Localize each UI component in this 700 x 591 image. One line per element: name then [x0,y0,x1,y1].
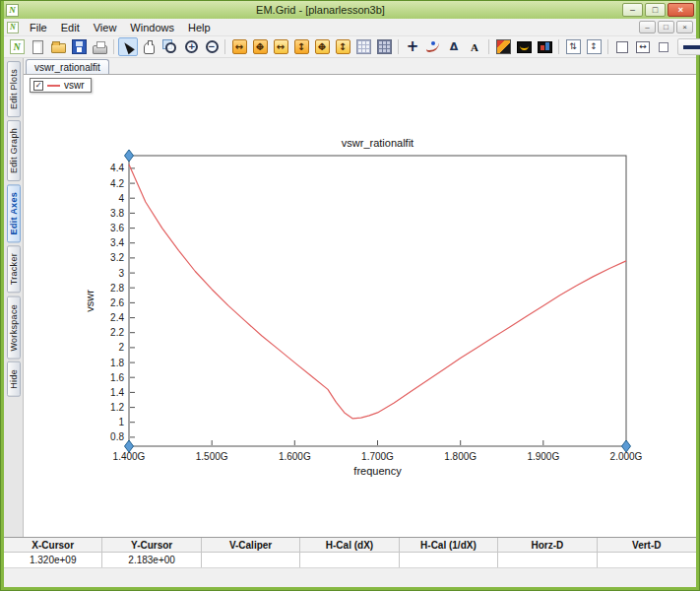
delta-marker-button[interactable] [444,37,464,56]
x-tick-label: 1.600G [279,451,311,462]
main-panel: vswr_rationalfit ✓ vswr 0.811.21.41.61.8… [24,58,696,537]
cursor-val-h-cal-1-dx [400,553,498,567]
check-icon: ✓ [35,82,42,90]
grid-light-icon [356,39,371,54]
autoscale-y2-button[interactable] [333,37,352,56]
zoom-region-icon [162,39,177,54]
toolbar-separator [113,39,114,54]
y-tick-label: 3.4 [110,237,124,248]
tracker-curve-button[interactable] [423,37,443,56]
y-tick-label: 2.6 [110,297,124,308]
app-window: EM.Grid - [planarlesson3b] – □ × FileEdi… [0,0,700,591]
caliper-box-button[interactable] [633,37,653,56]
grid-dark-button[interactable] [374,37,394,56]
y-axis-label: vswr [84,290,95,312]
print-button[interactable] [90,37,109,56]
cursor-col-h-cal-1-dx: H-Cal (1/dX) [400,538,498,552]
zoom-out-button[interactable] [201,37,221,56]
caliper-box-icon [636,41,650,53]
y-tick-label: 4.4 [110,163,124,173]
spin-box2-button[interactable] [584,37,604,56]
open-folder-button[interactable] [48,37,68,56]
y-tick-label: 3 [118,268,124,279]
autoscale-xy-button[interactable] [250,37,270,56]
y-tick-label: 1.6 [110,372,124,383]
mdi-minimize-button[interactable]: – [639,21,656,33]
side-tab-hide[interactable]: Hide [7,361,21,397]
autoscale-x2-button[interactable] [271,37,290,56]
maximize-button[interactable]: □ [645,3,666,17]
text-label-button[interactable] [465,37,484,56]
cursor-col-vert-d: Vert-D [598,538,696,552]
cursor-col-horz-d: Horz-D [498,538,597,552]
autoscale-y2-icon [336,39,350,54]
side-tab-edit-plots[interactable]: Edit Plots [7,61,21,117]
grid-dark-icon [377,39,392,54]
minimize-button[interactable]: – [622,3,643,17]
cursor-col-v-caliper: V-Caliper [202,538,300,552]
zoom-region-button[interactable] [159,37,179,56]
y-tick-label: 0.8 [110,431,124,442]
menu-help[interactable]: Help [181,21,218,34]
x-tick-label: 1.500G [196,451,228,462]
menu-edit[interactable]: Edit [54,21,87,34]
toolbar-separator [558,39,559,54]
cursor-val-v-caliper [202,553,300,567]
cursor-val-x-cursor: 1.320e+09 [4,553,102,567]
open-folder-icon [51,43,66,53]
statusbar [4,567,696,587]
zoom-out-icon [204,39,219,54]
dark-plot-button[interactable] [514,37,534,56]
new-file-button[interactable] [28,37,47,56]
mdi-close-button[interactable]: × [676,21,693,33]
side-tab-edit-graph[interactable]: Edit Graph [7,120,21,181]
menu-view[interactable]: View [87,21,124,34]
spin-box-icon [566,39,581,54]
check-small-button[interactable] [654,37,673,56]
autoscale-x2-icon [274,39,288,54]
toolbar-separator [224,39,225,54]
select-cursor-button[interactable] [118,37,138,56]
pan-hand-button[interactable] [139,37,159,56]
tab-vswr-rationalfit[interactable]: vswr_rationalfit [26,59,109,74]
toolbar-items [7,37,673,56]
titlebar[interactable]: EM.Grid - [planarlesson3b] – □ × [4,1,696,19]
layout-dropdown[interactable]: Layout ▾ [677,38,700,55]
menu-windows[interactable]: Windows [123,21,181,34]
legend-checkbox[interactable]: ✓ [33,81,43,91]
grid-light-button[interactable] [353,37,373,56]
app-logo-button[interactable] [7,37,27,56]
menu-file[interactable]: File [23,21,54,34]
add-cursor-button[interactable] [403,37,422,56]
new-file-icon [32,40,43,54]
spin-box-button[interactable] [563,37,583,56]
mdi-restore-button[interactable]: □ [658,21,674,33]
document-tabbar: vswr_rationalfit [24,58,696,75]
zoom-in-button[interactable] [180,37,200,56]
side-tab-edit-axes[interactable]: Edit Axes [7,184,21,242]
autoscale-y-icon [294,39,309,54]
autoscale-xy2-button[interactable] [312,37,332,56]
check-box-button[interactable] [612,37,632,56]
autoscale-x-button[interactable] [229,37,249,56]
dark-plot2-button[interactable] [535,37,554,56]
cursor-col-x-cursor: X-Cursor [4,538,102,552]
cursor-table-header: X-CursorY-CursorV-CaliperH-Cal (dX)H-Cal… [4,538,696,553]
save-icon [72,39,87,54]
side-tab-tracker[interactable]: Tracker [7,245,21,293]
x-axis-label: frequency [353,465,402,477]
mdi-system-icon[interactable] [7,22,19,33]
autoscale-xy-icon [253,39,268,54]
vswr-chart[interactable]: 0.811.21.41.61.822.22.42.62.833.23.43.63… [24,75,696,537]
tracker-curve-icon [426,41,440,53]
palette-button[interactable] [493,37,513,56]
toolbar-separator [488,39,489,54]
side-tab-workspace[interactable]: Workspace [7,296,21,360]
close-button[interactable]: × [668,3,694,17]
autoscale-y-button[interactable] [291,37,311,56]
y-tick-label: 1.2 [110,402,124,413]
mdi-window-controls: – □ × [639,21,693,33]
cursor-table-values: 1.320e+092.183e+00 [4,553,696,567]
y-tick-label: 4.2 [110,178,124,189]
save-button[interactable] [69,37,89,56]
